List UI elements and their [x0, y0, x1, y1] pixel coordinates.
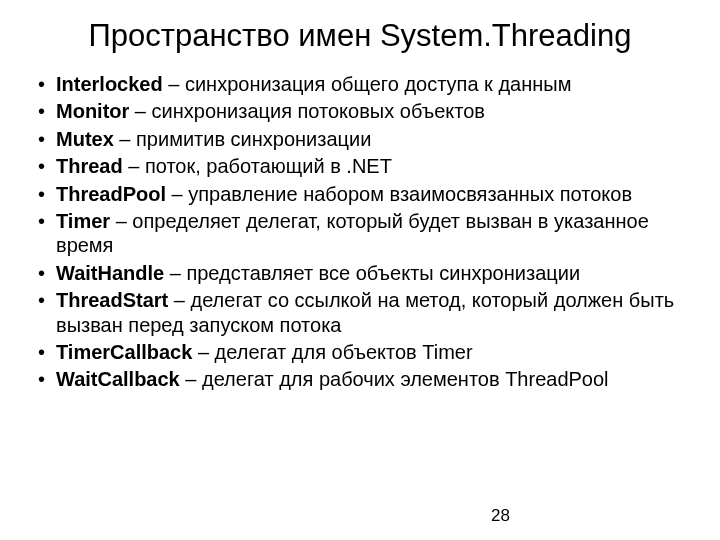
desc: – определяет делегат, который будет вызв… — [56, 210, 649, 256]
term: Timer — [56, 210, 110, 232]
term: TimerCallback — [56, 341, 192, 363]
list-item: Thread – поток, работающий в .NET — [34, 154, 692, 178]
list-item: WaitHandle – представляет все объекты си… — [34, 261, 692, 285]
desc: – управление набором взаимосвязанных пот… — [166, 183, 632, 205]
list-item: TimerCallback – делегат для объектов Tim… — [34, 340, 692, 364]
list-item: Monitor – синхронизация потоковых объект… — [34, 99, 692, 123]
desc: – представляет все объекты синхронизации — [164, 262, 580, 284]
list-item: ThreadPool – управление набором взаимосв… — [34, 182, 692, 206]
term: WaitHandle — [56, 262, 164, 284]
list-item: Interlocked – синхронизация общего досту… — [34, 72, 692, 96]
list-item: Timer – определяет делегат, который буде… — [34, 209, 692, 258]
desc: – синхронизация потоковых объектов — [129, 100, 485, 122]
desc: – примитив синхронизации — [114, 128, 372, 150]
page-number: 28 — [491, 506, 510, 526]
desc: – поток, работающий в .NET — [123, 155, 392, 177]
list-item: WaitCallback – делегат для рабочих элеме… — [34, 367, 692, 391]
term: Interlocked — [56, 73, 163, 95]
desc: – синхронизация общего доступа к данным — [163, 73, 572, 95]
bullet-list: Interlocked – синхронизация общего досту… — [28, 72, 692, 392]
term: ThreadStart — [56, 289, 168, 311]
term: ThreadPool — [56, 183, 166, 205]
slide-title: Пространство имен System.Threading — [28, 18, 692, 54]
list-item: ThreadStart – делегат со ссылкой на мето… — [34, 288, 692, 337]
term: Thread — [56, 155, 123, 177]
list-item: Mutex – примитив синхронизации — [34, 127, 692, 151]
desc: – делегат для объектов Timer — [192, 341, 472, 363]
term: WaitCallback — [56, 368, 180, 390]
term: Mutex — [56, 128, 114, 150]
desc: – делегат для рабочих элементов ThreadPo… — [180, 368, 609, 390]
term: Monitor — [56, 100, 129, 122]
